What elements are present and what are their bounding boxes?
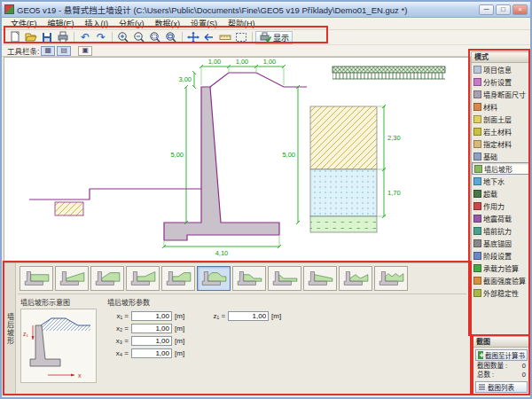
parameter-input[interactable] bbox=[131, 348, 172, 358]
title-bar: GEO5 v19 - 悬臂式挡土墙设计 (C:\Users\Public\Doc… bbox=[2, 2, 530, 18]
parameters-column-x: x₁ = [m] x₂ = [m] x₃ = bbox=[107, 309, 184, 359]
menu-bar: 文件(F)编辑(E)插入(I)分析(y)数据(x)设置(S)帮助(H) bbox=[2, 18, 530, 30]
zoom-out-button[interactable] bbox=[131, 31, 147, 44]
pictures-count-label: 截图数量 : bbox=[477, 362, 507, 371]
mode-item-icon bbox=[473, 78, 481, 86]
display-button[interactable]: 显示 bbox=[255, 31, 293, 44]
sidebar-mode-item[interactable]: 指定材料 bbox=[472, 137, 529, 150]
window-title: GEO5 v19 - 悬臂式挡土墙设计 (C:\Users\Public\Doc… bbox=[17, 4, 479, 16]
terrain-shape-thumbnail[interactable] bbox=[268, 266, 301, 291]
mode-item-icon bbox=[473, 90, 481, 98]
terrain-shape-thumbnail[interactable] bbox=[339, 266, 372, 291]
open-file-button[interactable] bbox=[23, 31, 39, 44]
terrain-shape-icon bbox=[129, 268, 157, 289]
sidebar-mode-item[interactable]: 分析设置 bbox=[472, 75, 529, 88]
menu-item[interactable]: 帮助(H) bbox=[223, 18, 261, 29]
menu-item[interactable]: 插入(I) bbox=[80, 18, 114, 29]
sidebar-mode-item[interactable]: 阶段设置 bbox=[472, 249, 529, 262]
zoom-in-button[interactable] bbox=[115, 31, 131, 44]
previous-view-button[interactable] bbox=[201, 31, 217, 44]
pictures-count-row: 总数 : 0 bbox=[473, 371, 529, 379]
parameter-input[interactable] bbox=[228, 311, 269, 321]
parameter-input[interactable] bbox=[131, 311, 172, 321]
sidebar-mode-item[interactable]: 材料 bbox=[472, 100, 529, 113]
mode-item-label: 岩土材料 bbox=[483, 127, 512, 137]
sidebar-mode-item[interactable]: 剖面土层 bbox=[472, 113, 529, 125]
sidebar-mode-item[interactable]: 外部稳定性 bbox=[472, 286, 529, 299]
parameter-input[interactable] bbox=[131, 336, 172, 346]
undo-button[interactable]: ↶ bbox=[77, 31, 93, 44]
sidebar-mode-item[interactable]: 基底锚固 bbox=[472, 237, 529, 249]
sidebar-mode-item[interactable]: 地下水 bbox=[472, 175, 529, 187]
frame-selection-button[interactable] bbox=[233, 31, 249, 44]
frame-vertical-tab-label: 墙后坡形 bbox=[5, 313, 15, 345]
toolbar-strip-label: 工具栏条: bbox=[7, 45, 39, 56]
sidebar-mode-item[interactable]: 作用力 bbox=[472, 200, 529, 212]
toggle-view-2[interactable]: ▤ bbox=[57, 46, 71, 56]
terrain-shape-thumbnail[interactable] bbox=[232, 266, 266, 291]
toggle-view-1[interactable]: ▦ bbox=[41, 46, 55, 56]
parameter-input[interactable] bbox=[131, 324, 172, 333]
sidebar-mode-item[interactable]: 承载力验算 bbox=[472, 262, 529, 274]
mode-item-icon bbox=[473, 264, 481, 272]
terrain-schematic: 墙后坡形示意图 z₁ x bbox=[20, 297, 100, 387]
toggle-view-3[interactable]: ▣ bbox=[78, 46, 92, 56]
picture-list-button[interactable]: 截图列表 bbox=[475, 381, 528, 393]
schematic-z-label: z₁ bbox=[23, 331, 29, 337]
mode-item-label: 墙前抗力 bbox=[483, 226, 512, 236]
terrain-shape-thumbnail[interactable] bbox=[126, 266, 160, 291]
drawing-canvas[interactable]: 1,00 1,00 1,00 3,00 5,00 5,00 2,30 1,70 … bbox=[4, 57, 471, 262]
dim-left-height: 5,00 bbox=[170, 151, 184, 159]
sidebar-mode-item[interactable]: 截面强度验算 bbox=[472, 274, 529, 286]
mode-item-label: 阶段设置 bbox=[483, 251, 512, 261]
surcharge-load bbox=[332, 66, 445, 79]
save-button[interactable] bbox=[39, 31, 55, 44]
menu-item[interactable]: 文件(F) bbox=[5, 18, 43, 29]
dim-top-2: 1,00 bbox=[236, 58, 249, 66]
sidebar-mode-item[interactable]: 墙前抗力 bbox=[472, 224, 529, 237]
sidebar-mode-item[interactable]: 超载 bbox=[472, 187, 529, 200]
mode-item-icon bbox=[473, 128, 481, 136]
menu-item[interactable]: 设置(S) bbox=[185, 18, 223, 29]
terrain-shape-thumbnail[interactable] bbox=[20, 266, 53, 291]
measure-button[interactable] bbox=[217, 31, 233, 44]
mode-item-label: 基底锚固 bbox=[483, 239, 512, 248]
menu-item[interactable]: 分析(y) bbox=[113, 18, 150, 29]
soil-sample-box bbox=[55, 202, 83, 215]
zoom-fit-button[interactable] bbox=[163, 31, 179, 44]
menu-item[interactable]: 编辑(E) bbox=[43, 18, 80, 29]
menu-item[interactable]: 数据(x) bbox=[150, 18, 186, 29]
mode-item-label: 外部稳定性 bbox=[483, 288, 519, 298]
terrain-shape-thumbnail[interactable] bbox=[197, 266, 231, 291]
add-picture-button[interactable]: 截图至计算书 bbox=[475, 349, 528, 361]
minimize-button[interactable]: ─ bbox=[479, 4, 494, 15]
arrow-left-icon bbox=[202, 31, 216, 43]
redo-button[interactable]: ↷ bbox=[93, 31, 109, 44]
print-button[interactable] bbox=[55, 31, 71, 44]
sidebar-mode-item[interactable]: 项目信息 bbox=[472, 63, 529, 75]
add-picture-label: 截图至计算书 bbox=[485, 350, 525, 360]
new-file-button[interactable] bbox=[7, 31, 23, 44]
zoom-out-icon bbox=[132, 31, 146, 43]
terrain-shape-thumbnail[interactable] bbox=[55, 266, 89, 291]
zoom-window-icon bbox=[148, 31, 162, 43]
mode-item-label: 项目信息 bbox=[483, 65, 512, 74]
picture-list-icon bbox=[478, 383, 486, 391]
terrain-shape-thumbnail[interactable] bbox=[303, 266, 337, 291]
pan-view-button[interactable] bbox=[185, 31, 201, 44]
retaining-wall[interactable] bbox=[164, 87, 279, 240]
terrain-shape-thumbnail[interactable] bbox=[161, 266, 195, 291]
new-file-icon bbox=[8, 31, 22, 43]
sidebar-mode-item[interactable]: 墙后坡形 bbox=[472, 162, 529, 175]
sidebar-mode-item[interactable]: 岩土材料 bbox=[472, 125, 529, 137]
close-button[interactable]: × bbox=[512, 4, 528, 15]
sidebar-mode-item[interactable]: 基础 bbox=[472, 150, 529, 162]
terrain-shape-thumbnail[interactable] bbox=[374, 266, 408, 291]
maximize-button[interactable]: □ bbox=[496, 4, 511, 15]
sidebar-mode-item[interactable]: 地震荷载 bbox=[472, 212, 529, 224]
frame-vertical-tab[interactable]: 墙后坡形 bbox=[4, 263, 16, 395]
parameter-unit: [m] bbox=[175, 325, 184, 332]
zoom-window-button[interactable] bbox=[147, 31, 163, 44]
terrain-shape-thumbnail[interactable] bbox=[90, 266, 124, 291]
sidebar-mode-item[interactable]: 墙身断面尺寸 bbox=[472, 88, 529, 100]
